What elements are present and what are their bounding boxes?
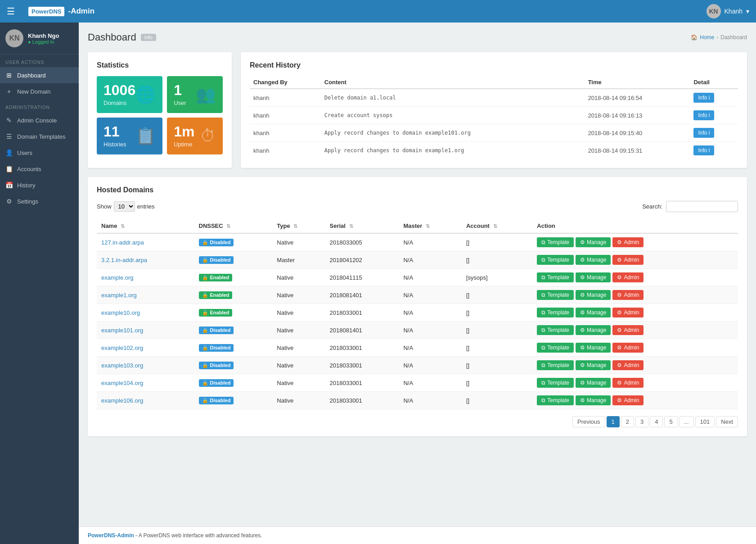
pagination-page-2[interactable]: 2	[621, 416, 634, 427]
col-changed-by: Changed By	[250, 76, 321, 89]
manage-button[interactable]: ⚙Manage	[576, 343, 611, 353]
sort-type-icon[interactable]: ⇅	[293, 223, 297, 229]
domain-dnssec: 🔒Enabled	[194, 269, 273, 286]
domain-link[interactable]: example102.org	[101, 345, 143, 351]
sort-name-icon[interactable]: ⇅	[121, 223, 125, 229]
sidebar-item-settings[interactable]: ⚙ Settings	[0, 193, 79, 209]
pagination-page-101[interactable]: 101	[695, 416, 715, 427]
admin-button[interactable]: ⚙Admin	[612, 290, 644, 300]
template-button[interactable]: ⧉Template	[537, 325, 574, 335]
template-button[interactable]: ⧉Template	[537, 308, 574, 317]
info-button[interactable]: Info i	[693, 145, 714, 155]
sort-account-icon[interactable]: ⇅	[493, 223, 497, 229]
sidebar-item-history[interactable]: 📅 History	[0, 177, 79, 193]
entries-select[interactable]: 10 25 50	[114, 201, 135, 212]
pagination-page-3[interactable]: 3	[635, 416, 648, 427]
admin-button[interactable]: ⚙Admin	[612, 343, 644, 353]
sidebar: KN Khanh Ngo Logged In USER ACTIONS ⊞ Da…	[0, 23, 79, 544]
manage-button[interactable]: ⚙Manage	[576, 395, 611, 405]
domain-link[interactable]: example104.org	[101, 380, 143, 386]
pagination-page-1[interactable]: 1	[607, 416, 620, 427]
hamburger-menu[interactable]: ☰	[7, 6, 15, 17]
manage-button[interactable]: ⚙Manage	[576, 290, 611, 300]
pagination-page-5[interactable]: 5	[664, 416, 677, 427]
admin-button[interactable]: ⚙Admin	[612, 395, 644, 405]
info-button[interactable]: Info i	[693, 128, 714, 138]
domain-dnssec: 🔒Disabled	[194, 322, 273, 339]
sidebar-item-admin-console[interactable]: ✎ Admin Console	[0, 112, 79, 128]
domain-link[interactable]: example.org	[101, 274, 134, 281]
admin-button[interactable]: ⚙Admin	[612, 272, 644, 282]
manage-button[interactable]: ⚙Manage	[576, 360, 611, 370]
accounts-icon: 📋	[5, 165, 13, 172]
admin-gear-icon: ⚙	[617, 239, 622, 245]
admin-button[interactable]: ⚙Admin	[612, 378, 644, 388]
admin-button[interactable]: ⚙Admin	[612, 308, 644, 317]
stat-domains-number: 1006	[104, 83, 135, 97]
history-detail: Info i	[690, 124, 738, 142]
template-button[interactable]: ⧉Template	[537, 343, 574, 353]
sidebar-item-users[interactable]: 👤 Users	[0, 145, 79, 161]
col-name: Name ⇅	[97, 219, 194, 233]
manage-button[interactable]: ⚙Manage	[576, 237, 611, 247]
pagination-next[interactable]: Next	[716, 416, 738, 427]
history-changed-by: khanh	[250, 142, 321, 159]
admin-button[interactable]: ⚙Admin	[612, 325, 644, 335]
manage-button[interactable]: ⚙Manage	[576, 272, 611, 282]
template-button[interactable]: ⧉Template	[537, 255, 574, 265]
user-menu[interactable]: KN Khanh ▾	[706, 4, 749, 18]
sidebar-item-new-domain[interactable]: + New Domain	[0, 83, 79, 100]
info-button[interactable]: Info i	[693, 110, 714, 120]
sort-serial-icon[interactable]: ⇅	[349, 223, 353, 229]
template-button[interactable]: ⧉Template	[537, 237, 574, 247]
domains-header-row: Name ⇅ DNSSEC ⇅ Type ⇅ Serial ⇅ Master ⇅…	[97, 219, 738, 233]
template-button[interactable]: ⧉Template	[537, 378, 574, 388]
manage-button[interactable]: ⚙Manage	[576, 325, 611, 335]
lock-icon: 🔒	[202, 345, 208, 351]
domain-link[interactable]: 3.2.1.in-addr.arpa	[101, 257, 147, 263]
template-button[interactable]: ⧉Template	[537, 360, 574, 370]
statistics-grid: 1006 Domains 🌐 1 User 👥 11 Histories	[97, 76, 223, 154]
manage-button[interactable]: ⚙Manage	[576, 255, 611, 265]
domain-dnssec: 🔒Disabled	[194, 357, 273, 374]
lock-icon: 🔒	[202, 310, 208, 316]
sidebar-item-dashboard[interactable]: ⊞ Dashboard	[0, 67, 79, 83]
domain-link[interactable]: example106.org	[101, 397, 143, 404]
admin-button[interactable]: ⚙Admin	[612, 360, 644, 370]
domain-link[interactable]: example1.org	[101, 292, 137, 299]
domain-master: N/A	[399, 322, 461, 339]
pagination-page-4[interactable]: 4	[650, 416, 663, 427]
domain-type: Native	[272, 339, 325, 357]
domain-type: Native	[272, 392, 325, 409]
dropdown-icon: ▾	[746, 8, 749, 15]
admin-button[interactable]: ⚙Admin	[612, 237, 644, 247]
domain-link[interactable]: 127.in-addr.arpa	[101, 239, 144, 246]
sidebar-item-label: Accounts	[17, 166, 41, 172]
sort-dnssec-icon[interactable]: ⇅	[226, 223, 230, 229]
manage-button[interactable]: ⚙Manage	[576, 308, 611, 317]
domain-link[interactable]: example101.org	[101, 327, 143, 334]
history-row: khanh Apply record changes to domain exa…	[250, 142, 738, 159]
sidebar-item-accounts[interactable]: 📋 Accounts	[0, 161, 79, 177]
pagination-previous[interactable]: Previous	[572, 416, 605, 427]
domain-type: Native	[272, 322, 325, 339]
template-button[interactable]: ⧉Template	[537, 290, 574, 300]
domain-link[interactable]: example103.org	[101, 362, 143, 369]
manage-button[interactable]: ⚙Manage	[576, 378, 611, 388]
template-button[interactable]: ⧉Template	[537, 272, 574, 282]
domain-link[interactable]: example10.org	[101, 309, 140, 316]
history-content: Create account sysops	[321, 107, 585, 124]
template-copy-icon: ⧉	[541, 292, 545, 298]
breadcrumb-home[interactable]: Home	[700, 34, 714, 41]
domain-name: example10.org	[97, 304, 194, 322]
sidebar-item-domain-templates[interactable]: ☰ Domain Templates	[0, 128, 79, 145]
footer-brand-link[interactable]: PowerDNS-Admin	[88, 532, 134, 539]
template-button[interactable]: ⧉Template	[537, 395, 574, 405]
sort-master-icon[interactable]: ⇅	[426, 223, 430, 229]
search-input[interactable]	[666, 201, 738, 212]
admin-button[interactable]: ⚙Admin	[612, 255, 644, 265]
recent-history-title: Recent History	[250, 61, 738, 69]
domain-row: example106.org 🔒Disabled Native 20180330…	[97, 392, 738, 409]
stat-histories: 11 Histories 📋	[97, 118, 162, 154]
info-button[interactable]: Info i	[693, 93, 714, 103]
